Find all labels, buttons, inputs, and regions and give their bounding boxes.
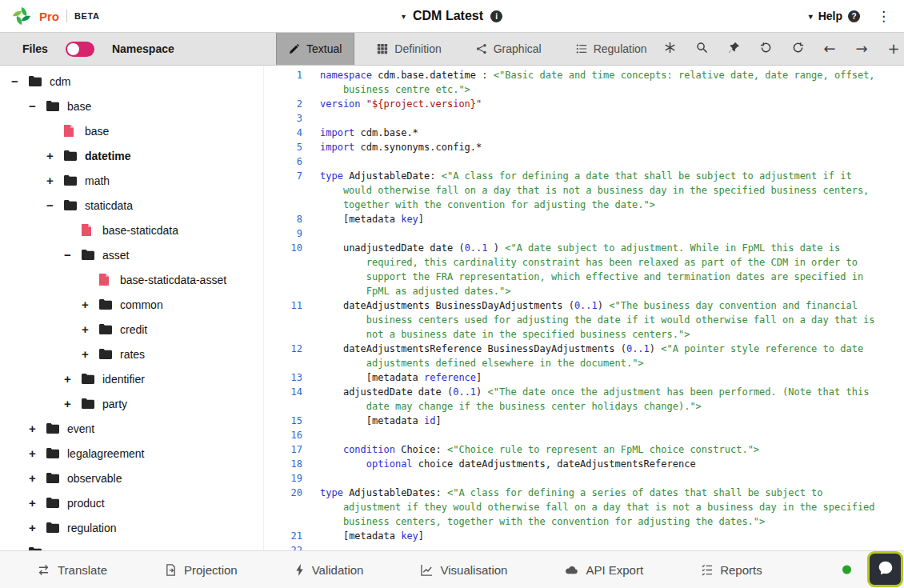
format-icon	[664, 42, 676, 57]
projection-button[interactable]: Projection	[165, 563, 238, 577]
folder-icon	[46, 498, 61, 508]
code-line[interactable]: 13[metadata reference]	[264, 370, 904, 385]
folder-item-legalagreement[interactable]: +legalagreement	[0, 441, 263, 466]
redo-button[interactable]	[787, 38, 809, 60]
folder-item-staticdata[interactable]: −staticdata	[0, 193, 263, 218]
code-text: import cdm.base.*	[320, 126, 904, 140]
tab-regulation[interactable]: Regulation	[564, 33, 659, 65]
code-line[interactable]: 16	[264, 428, 904, 442]
kebab-menu-icon[interactable]: ⋮	[874, 8, 893, 25]
code-text: dateAdjustmentsReference BusinessDayAdju…	[320, 342, 904, 370]
model-selector[interactable]: ▾ CDM Latest i	[402, 9, 502, 23]
code-editor[interactable]: 1namespace cdm.base.datetime : <"Basic d…	[264, 66, 904, 550]
format-button[interactable]	[659, 38, 681, 60]
expand-icon[interactable]: +	[82, 347, 99, 361]
navigate-forward-icon: →	[856, 42, 868, 56]
file-item-base-staticdata-asset[interactable]: base-staticdata-asset	[0, 267, 263, 292]
folder-item-common[interactable]: +common	[0, 292, 263, 317]
folder-item-base[interactable]: −base	[0, 94, 263, 118]
info-icon[interactable]: i	[490, 10, 502, 22]
help-menu[interactable]: ▾ Help ?	[809, 10, 860, 22]
code-line[interactable]: 14adjustedDate date (0..1) <"The date on…	[264, 385, 904, 414]
folder-item-cdm[interactable]: −cdm	[0, 69, 263, 94]
code-text: [metadata id]	[320, 414, 904, 428]
folder-item-datetime[interactable]: +datetime	[0, 143, 263, 168]
file-item-base-staticdata[interactable]: base-staticdata	[0, 218, 263, 242]
expand-icon[interactable]: +	[29, 446, 46, 460]
folder-icon	[46, 101, 61, 111]
folder-item-observable[interactable]: +observable	[0, 466, 263, 490]
code-line[interactable]: 5import cdm.synonyms.config.*	[264, 140, 904, 154]
translate-button[interactable]: Translate	[37, 563, 107, 577]
navigate-back-icon: ←	[824, 42, 836, 56]
file-item-base[interactable]: base	[0, 118, 263, 143]
code-line[interactable]: 22	[264, 543, 904, 550]
folder-item-partial[interactable]: −	[0, 540, 263, 550]
navigate-back-button[interactable]: ←	[819, 38, 841, 60]
code-line[interactable]: 7type AdjustableDate: <"A class for defi…	[264, 169, 904, 212]
code-line[interactable]: 21[metadata key]	[264, 529, 904, 543]
code-line[interactable]: 10unadjustedDate date (0..1 ) <"A date s…	[264, 241, 904, 298]
expand-icon[interactable]: +	[29, 496, 46, 510]
pin-button[interactable]	[723, 38, 745, 60]
code-line[interactable]: 11dateAdjustments BusinessDayAdjustments…	[264, 298, 904, 342]
code-line[interactable]: 2version "${project.version}"	[264, 97, 904, 111]
zoom-in-button[interactable]: +	[883, 38, 904, 60]
collapse-icon[interactable]: −	[11, 74, 29, 88]
folder-item-party[interactable]: +party	[0, 391, 263, 416]
expand-icon[interactable]: +	[64, 397, 82, 410]
code-line[interactable]: 19	[264, 471, 904, 486]
code-line[interactable]: 12dateAdjustmentsReference BusinessDayAd…	[264, 342, 904, 370]
search-button[interactable]	[691, 38, 713, 60]
expand-icon[interactable]: +	[64, 372, 82, 386]
code-line[interactable]: 1namespace cdm.base.datetime : <"Basic d…	[264, 68, 904, 97]
reports-button[interactable]: Reports	[701, 563, 762, 577]
collapse-icon[interactable]: −	[46, 198, 64, 212]
folder-item-regulation[interactable]: +regulation	[0, 515, 263, 540]
folder-item-math[interactable]: +math	[0, 168, 263, 193]
folder-item-rates[interactable]: +rates	[0, 342, 263, 366]
files-namespace-toggle[interactable]	[66, 42, 94, 57]
expand-icon[interactable]: +	[29, 521, 46, 534]
code-line[interactable]: 6	[264, 154, 904, 169]
code-line[interactable]: 9	[264, 226, 904, 241]
collapse-icon[interactable]: −	[29, 99, 46, 113]
brand[interactable]: Pro BETA	[11, 6, 100, 26]
code-line[interactable]: 17condition Choice: <"Choice rule to rep…	[264, 442, 904, 457]
expand-icon[interactable]: +	[46, 174, 64, 187]
visualisation-button[interactable]: Visualisation	[421, 563, 507, 577]
code-line[interactable]: 4import cdm.base.*	[264, 126, 904, 140]
code-line[interactable]: 15[metadata id]	[264, 414, 904, 428]
folder-item-asset[interactable]: −asset	[0, 242, 263, 267]
code-line[interactable]: 3	[264, 111, 904, 126]
tree-item-label: cdm	[50, 75, 70, 88]
folder-icon	[64, 200, 78, 210]
line-number: 5	[264, 140, 302, 154]
tree-item-label: product	[67, 497, 105, 510]
code-line[interactable]: 8[metadata key]	[264, 212, 904, 226]
tab-definition[interactable]: Definition	[365, 33, 453, 65]
tab-graphical[interactable]: Graphical	[464, 33, 554, 65]
folder-item-product[interactable]: +product	[0, 490, 263, 515]
validation-button[interactable]: Validation	[295, 563, 364, 577]
expand-icon[interactable]: +	[46, 149, 64, 162]
tab-textual[interactable]: Textual	[276, 33, 354, 65]
navigate-forward-button[interactable]: →	[851, 38, 873, 60]
folder-item-event[interactable]: +event	[0, 416, 263, 441]
code-text: [metadata key]	[320, 529, 904, 543]
code-line[interactable]: 18optional choice dateAdjustments, dateA…	[264, 457, 904, 471]
tab-label: Textual	[306, 42, 342, 55]
expand-icon[interactable]: +	[82, 298, 99, 311]
folder-item-identifier[interactable]: +identifier	[0, 366, 263, 391]
expand-icon[interactable]: +	[29, 471, 46, 485]
undo-button[interactable]	[755, 38, 777, 60]
folder-icon	[46, 473, 61, 483]
chat-launcher[interactable]	[867, 551, 903, 587]
collapse-icon[interactable]: −	[64, 248, 82, 262]
code-line[interactable]: 20type AdjustableDates: <"A class for de…	[264, 486, 904, 529]
api-export-button[interactable]: API Export	[565, 563, 643, 577]
folder-item-credit[interactable]: +credit	[0, 317, 263, 342]
tab-label: Definition	[394, 42, 441, 55]
expand-icon[interactable]: +	[82, 322, 99, 336]
expand-icon[interactable]: +	[29, 422, 46, 435]
